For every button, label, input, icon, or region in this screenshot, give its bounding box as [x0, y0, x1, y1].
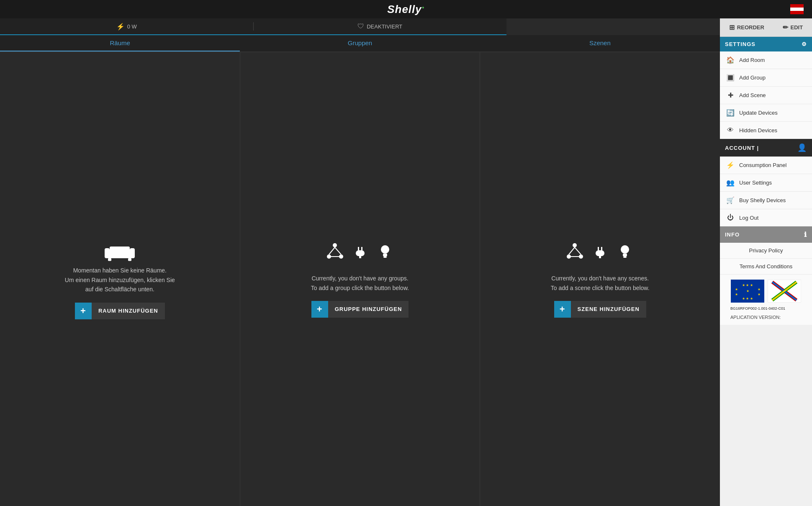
- svg-rect-36: [623, 256, 627, 258]
- sidebar-item-add-scene[interactable]: ✚ Add Scene: [720, 87, 812, 104]
- svg-rect-6: [110, 247, 130, 252]
- sidebar-item-consumption[interactable]: ⚡ Consumption Panel: [720, 157, 812, 174]
- version-text: APLICATION VERSION:: [730, 315, 802, 320]
- svg-rect-31: [596, 250, 604, 256]
- szenen-column: Currently, you don't have any scenes. To…: [480, 52, 720, 506]
- hidden-icon: 👁: [726, 126, 735, 134]
- app-logo: Shelly●: [387, 3, 425, 16]
- user-settings-label: User Settings: [739, 180, 772, 186]
- reorder-button[interactable]: ⊞ REORDER: [729, 23, 764, 31]
- add-group-label: GRUPPE HINZUFÜGEN: [328, 301, 409, 318]
- logos-row: ★ ★ ★ ★ ★ ★ ★ ★ ★ ★ ★: [731, 280, 801, 303]
- svg-point-19: [381, 245, 389, 254]
- content-area: ⚡ 0 W 🛡 DEAKTIVIERT Räume Gruppen Szenen: [0, 18, 720, 506]
- sidebar-top-bar: ⊞ REORDER ✏ EDIT: [720, 18, 812, 37]
- szenen-message: Currently, you don't have any scenes. To…: [551, 274, 650, 293]
- svg-rect-16: [361, 247, 362, 250]
- info-icon: ℹ: [804, 231, 807, 239]
- svg-rect-21: [383, 255, 387, 256]
- sidebar-item-hidden-devices[interactable]: 👁 Hidden Devices: [720, 122, 812, 139]
- sidebar: ⊞ REORDER ✏ EDIT SETTINGS ⚙ 🏠 Add Room 🔳…: [720, 18, 812, 506]
- svg-rect-1: [790, 8, 804, 11]
- svg-text:★: ★: [746, 289, 749, 293]
- user-settings-icon: 👥: [726, 179, 735, 187]
- account-label: ACCOUNT |: [725, 145, 759, 151]
- svg-rect-4: [105, 248, 110, 258]
- terms-label: Terms And Conditions: [740, 263, 792, 270]
- plus-icon: +: [75, 303, 92, 319]
- shield-icon: 🛡: [357, 23, 364, 30]
- account-section-header: ACCOUNT | 👤: [720, 139, 812, 157]
- svg-rect-0: [790, 4, 804, 8]
- edit-icon: ✏: [783, 23, 788, 31]
- reorder-label: REORDER: [737, 24, 764, 31]
- consumption-label: Consumption Panel: [739, 162, 786, 168]
- network-icon: [326, 242, 344, 262]
- group-icon: 🔳: [726, 74, 735, 82]
- sidebar-item-add-room[interactable]: 🏠 Add Room: [720, 51, 812, 69]
- svg-line-26: [569, 247, 575, 254]
- buy-shelly-label: Buy Shelly Devices: [739, 197, 786, 203]
- svg-rect-34: [623, 254, 627, 255]
- eu-flag-logo: ★ ★ ★ ★ ★ ★ ★ ★ ★ ★ ★: [731, 280, 764, 303]
- scene-icon: ✚: [726, 91, 735, 99]
- svg-rect-32: [599, 256, 601, 258]
- power-icon: ⏻: [726, 214, 735, 221]
- sofa-icon: [103, 239, 136, 266]
- home-icon: 🏠: [726, 56, 735, 64]
- cart-icon: 🛒: [726, 196, 735, 204]
- add-room-sidebar-label: Add Room: [739, 57, 765, 63]
- sidebar-item-buy-shelly[interactable]: 🛒 Buy Shelly Devices: [720, 192, 812, 209]
- svg-rect-18: [359, 256, 361, 258]
- deactivated-label: DEAKTIVIERT: [367, 23, 402, 30]
- svg-rect-20: [383, 254, 387, 255]
- sidebar-item-user-settings[interactable]: 👥 User Settings: [720, 174, 812, 192]
- svg-rect-30: [601, 247, 602, 250]
- add-room-label: RAUM HINZUFÜGEN: [92, 303, 165, 319]
- svg-text:★ ★ ★: ★ ★ ★: [742, 297, 753, 301]
- szenen-icons: [565, 241, 635, 264]
- sidebar-item-update-devices[interactable]: 🔄 Update Devices: [720, 104, 812, 122]
- svg-rect-8: [128, 258, 131, 261]
- sidebar-item-logout[interactable]: ⏻ Log Out: [720, 209, 812, 226]
- svg-line-27: [575, 247, 581, 254]
- tab-szenen[interactable]: Szenen: [480, 35, 720, 51]
- account-icon: 👤: [797, 143, 807, 152]
- plus-icon: +: [554, 301, 571, 318]
- svg-text:★: ★: [735, 293, 738, 296]
- add-group-button[interactable]: + GRUPPE HINZUFÜGEN: [311, 301, 409, 318]
- sidebar-item-add-group[interactable]: 🔳 Add Group: [720, 69, 812, 87]
- gruppen-column: Currently, you don't have any groups. To…: [240, 52, 481, 506]
- status-bar: ⚡ 0 W 🛡 DEAKTIVIERT: [0, 18, 506, 35]
- add-scene-label: SZENE HINZUFÜGEN: [571, 301, 646, 318]
- info-label: INFO: [725, 231, 740, 238]
- power-value: 0 W: [127, 23, 137, 30]
- svg-text:★ ★ ★: ★ ★ ★: [742, 283, 753, 287]
- sidebar-item-terms[interactable]: Terms And Conditions: [720, 259, 812, 275]
- add-room-button[interactable]: + RAUM HINZUFÜGEN: [75, 303, 165, 319]
- gruppen-icons: [326, 241, 395, 264]
- svg-rect-5: [130, 248, 135, 258]
- tab-gruppen[interactable]: Gruppen: [240, 35, 480, 51]
- gear-icon: ⚙: [802, 41, 807, 47]
- svg-line-13: [335, 247, 341, 254]
- tab-raume[interactable]: Räume: [0, 35, 240, 51]
- op-logo: [768, 280, 801, 303]
- plug-icon-2: [588, 241, 612, 264]
- add-group-sidebar-label: Add Group: [739, 74, 766, 81]
- svg-point-9: [333, 243, 337, 247]
- bulb-icon-2: [616, 242, 635, 262]
- settings-label: SETTINGS: [725, 41, 755, 47]
- edit-button[interactable]: ✏ EDIT: [783, 23, 803, 31]
- logout-label: Log Out: [739, 215, 758, 221]
- svg-line-12: [329, 247, 335, 254]
- sidebar-item-privacy[interactable]: Privacy Policy: [720, 243, 812, 259]
- flag-icon[interactable]: [790, 4, 804, 16]
- add-scene-button[interactable]: + SZENE HINZUFÜGEN: [554, 301, 646, 318]
- svg-rect-17: [356, 250, 365, 256]
- svg-rect-2: [790, 11, 804, 14]
- gruppen-message: Currently, you don't have any groups. To…: [311, 274, 409, 293]
- svg-text:★: ★: [735, 288, 738, 291]
- svg-rect-29: [598, 247, 599, 250]
- top-header: Shelly●: [0, 0, 812, 18]
